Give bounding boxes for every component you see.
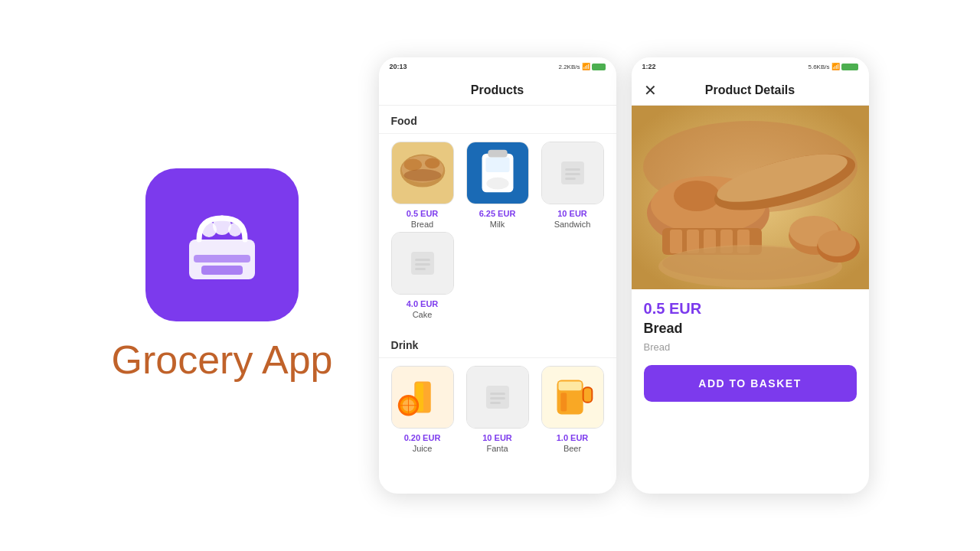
svg-rect-14 [485,158,509,173]
sandwich-name: Sandwich [554,220,591,229]
milk-price: 6.25 EUR [479,209,516,218]
details-title: Product Details [705,83,795,97]
food-products-grid: 0.5 EUR Bread [379,134,616,327]
phones-container: 20:13 2.2KB/s 📶 Products Food [379,57,869,494]
fanta-name: Fanta [486,444,508,453]
svg-rect-5 [201,266,243,275]
left-section: Grocery App [111,168,332,383]
fanta-price: 10 EUR [482,433,512,442]
drink-section-header: Drink [379,330,616,358]
detail-price: 0.5 EUR [644,300,857,318]
svg-point-11 [403,169,441,181]
product-bread[interactable]: 0.5 EUR Bread [387,142,459,229]
svg-rect-23 [415,263,430,266]
cake-image-box [391,232,454,295]
juice-image-box [391,366,454,429]
status-right-details: 5.6KB/s [808,64,830,70]
status-time-details: 1:22 [642,63,656,70]
svg-rect-19 [565,173,580,175]
sandwich-price: 10 EUR [557,209,587,218]
grocery-basket-icon [172,195,272,295]
product-detail-image-container [632,106,869,289]
bread-image [392,142,453,204]
bread-image-box [391,142,454,204]
drink-products-grid: 0.20 EUR Juice [379,358,616,461]
cake-name: Cake [413,310,433,319]
svg-rect-24 [415,268,426,270]
svg-rect-50 [670,230,682,253]
products-title: Products [471,83,524,97]
svg-point-46 [674,181,720,211]
product-fanta[interactable]: 10 EUR Fanta [462,366,534,453]
status-icons-products: 2.2KB/s 📶 [559,63,606,70]
bread-detail-image [632,106,869,289]
product-sandwich[interactable]: 10 EUR Sandwich [537,142,609,229]
svg-rect-36 [490,402,501,404]
phone-details: 1:22 5.6KB/s 📶 ✕ Product Details [632,57,869,494]
svg-rect-22 [415,259,430,261]
close-button[interactable]: ✕ [644,83,657,98]
fanta-image-box [466,366,529,429]
product-milk[interactable]: 6.25 EUR Milk [462,142,534,229]
beer-image [542,367,603,428]
battery-icon-details [841,64,858,70]
svg-rect-4 [194,255,250,262]
details-header: ✕ Product Details [632,76,869,106]
fanta-placeholder [467,367,528,428]
juice-image [392,367,453,428]
product-cake[interactable]: 4.0 EUR Cake [387,232,459,319]
svg-rect-39 [558,382,581,391]
milk-name: Milk [490,220,505,229]
svg-rect-40 [583,387,592,403]
beer-image-box [541,366,604,429]
status-bar-products: 20:13 2.2KB/s 📶 [379,57,616,76]
juice-price: 0.20 EUR [404,433,441,442]
food-section-header: Food [379,106,616,134]
product-detail-content: 0.5 EUR Bread Bread ADD TO BASKET [632,289,869,412]
bread-name: Bread [411,220,433,229]
svg-point-15 [486,178,508,190]
app-title: Grocery App [111,337,332,383]
milk-image [467,142,528,204]
svg-rect-16 [488,150,507,158]
placeholder-icon-cake [407,248,438,279]
status-bar-details: 1:22 5.6KB/s 📶 [632,57,869,76]
bread-price: 0.5 EUR [407,209,439,218]
status-icons-details: 5.6KB/s 📶 [808,63,858,70]
add-to-basket-button[interactable]: ADD TO BASKET [644,365,857,402]
placeholder-icon [557,158,588,188]
svg-point-3 [228,223,242,236]
svg-point-10 [424,158,439,168]
signal-icon: 📶 [582,63,590,70]
svg-rect-35 [490,397,505,399]
beer-name: Beer [564,444,581,453]
cake-placeholder [392,233,453,294]
cake-price: 4.0 EUR [407,299,439,308]
svg-rect-20 [565,178,576,180]
beer-price: 1.0 EUR [557,433,589,442]
svg-point-2 [213,217,231,235]
status-time-products: 20:13 [390,63,407,70]
products-content[interactable]: Food [379,106,616,484]
product-beer[interactable]: 1.0 EUR Beer [537,366,609,453]
svg-point-60 [818,230,856,256]
juice-name: Juice [413,444,433,453]
milk-image-box [466,142,529,204]
svg-rect-34 [490,393,505,395]
status-right-products: 2.2KB/s [559,64,580,70]
phone-products: 20:13 2.2KB/s 📶 Products Food [379,57,616,494]
placeholder-icon-fanta [482,382,513,412]
sandwich-image-box [541,142,604,204]
app-icon [145,168,299,321]
svg-point-9 [403,158,421,171]
svg-rect-18 [565,168,580,171]
battery-icon-products [592,64,606,70]
products-header: Products [379,76,616,106]
svg-rect-41 [560,393,567,411]
page-wrapper: Grocery App 20:13 2.2KB/s 📶 Products [0,0,980,551]
sandwich-placeholder [542,142,603,204]
detail-name: Bread [644,321,857,337]
product-juice[interactable]: 0.20 EUR Juice [387,366,459,453]
detail-description: Bread [644,341,857,353]
signal-icon-2: 📶 [831,63,840,70]
